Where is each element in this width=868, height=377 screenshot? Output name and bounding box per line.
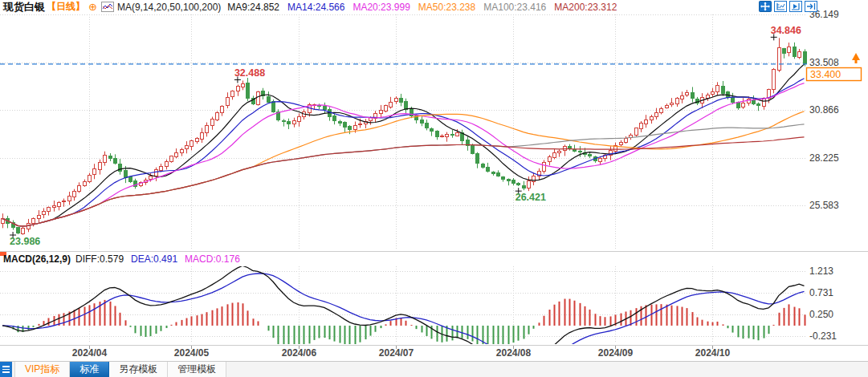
svg-text:0.731: 0.731 — [809, 287, 833, 298]
chart-canvas[interactable]: 23.98632.48826.42134.84636.14933.50830.8… — [0, 0, 868, 361]
ma20-line — [2, 83, 805, 226]
ma-group-label: MA(9,14,20,50,100,200) — [117, 2, 221, 13]
ma-lines — [2, 64, 805, 226]
svg-text:2024/10: 2024/10 — [695, 347, 731, 359]
svg-text:33.508: 33.508 — [809, 57, 839, 68]
bottom-tab-bar: VIP指标 标准 另存模板 管理模板 — [0, 361, 868, 377]
svg-text:1.213: 1.213 — [809, 266, 833, 277]
tab-manage-template[interactable]: 管理模板 — [168, 362, 226, 377]
svg-text:2024/05: 2024/05 — [174, 347, 210, 359]
shift-right-icon[interactable] — [805, 1, 817, 12]
ma100-line — [2, 124, 805, 226]
price-axis: 36.14933.50830.86628.22525.5831.2130.731… — [809, 9, 839, 342]
svg-text:2024/07: 2024/07 — [379, 347, 414, 359]
macd-dea-value: DEA:0.491 — [131, 253, 177, 265]
svg-text:2024/06: 2024/06 — [282, 347, 317, 359]
period-label[interactable]: 【日线】 — [47, 0, 85, 14]
chart-header: 现货白银 【日线】 ⊕ MA(9,14,20,50,100,200) MA9:2… — [3, 1, 625, 13]
tab-standard[interactable]: 标准 — [70, 362, 109, 377]
svg-text:23.986: 23.986 — [10, 236, 40, 247]
svg-text:30.866: 30.866 — [809, 104, 839, 116]
macd-params-label: MACD(26,12,9) — [3, 253, 71, 265]
svg-text:2024/04: 2024/04 — [72, 347, 108, 359]
mini-chart-icon-glyph — [101, 2, 114, 12]
tab-save-template[interactable]: 另存模板 — [109, 362, 168, 377]
mini-chart-icon[interactable] — [101, 2, 114, 12]
move-crosshair-icon[interactable] — [759, 1, 772, 12]
svg-text:25.583: 25.583 — [809, 200, 839, 211]
svg-text:33.400: 33.400 — [810, 69, 841, 80]
svg-text:34.846: 34.846 — [771, 25, 801, 36]
ma200-line — [2, 137, 805, 226]
up-arrow-icon — [852, 53, 860, 63]
ma9-value: MA9:24.852 — [227, 2, 279, 13]
svg-text:2024/08: 2024/08 — [496, 347, 532, 359]
svg-text:32.488: 32.488 — [234, 67, 265, 79]
macd-header: MACD(26,12,9) DIFF:0.579 DEA:0.491 MACD:… — [3, 253, 247, 265]
ma14-value: MA14:24.566 — [287, 2, 344, 13]
svg-text:26.421: 26.421 — [516, 192, 546, 203]
ma20-value: MA20:23.999 — [352, 2, 410, 13]
macd-macd-value: MACD:0.176 — [185, 253, 240, 265]
svg-text:2024/09: 2024/09 — [598, 347, 634, 359]
menu-grid-icon[interactable] — [0, 362, 12, 377]
ma9-line — [2, 64, 805, 226]
ma14-line — [2, 79, 805, 226]
ma200-value: MA200:23.312 — [554, 2, 617, 13]
svg-text:-0.231: -0.231 — [809, 330, 837, 342]
axis-right-scale-icon[interactable] — [789, 1, 802, 12]
macd-diff-value: DIFF:0.579 — [75, 253, 124, 265]
symbol-name: 现货白银 — [3, 0, 45, 14]
chart-toolbar — [759, 1, 817, 12]
target-circle-icon[interactable]: ⊕ — [88, 1, 97, 13]
svg-text:28.225: 28.225 — [809, 152, 839, 164]
ma100-value: MA100:23.416 — [483, 2, 546, 13]
tab-vip-indicators[interactable]: VIP指标 — [14, 362, 70, 377]
svg-text:0.250: 0.250 — [809, 309, 833, 320]
candlesticks — [1, 38, 806, 234]
date-axis: 2024/042024/052024/062024/072024/082024/… — [72, 346, 731, 359]
extreme-labels: 23.98632.48826.42134.846 — [10, 25, 801, 247]
axis-left-scale-icon[interactable] — [774, 1, 787, 12]
trading-chart-window: 23.98632.48826.42134.84636.14933.50830.8… — [0, 0, 868, 377]
ma50-value: MA50:23.238 — [418, 2, 475, 13]
